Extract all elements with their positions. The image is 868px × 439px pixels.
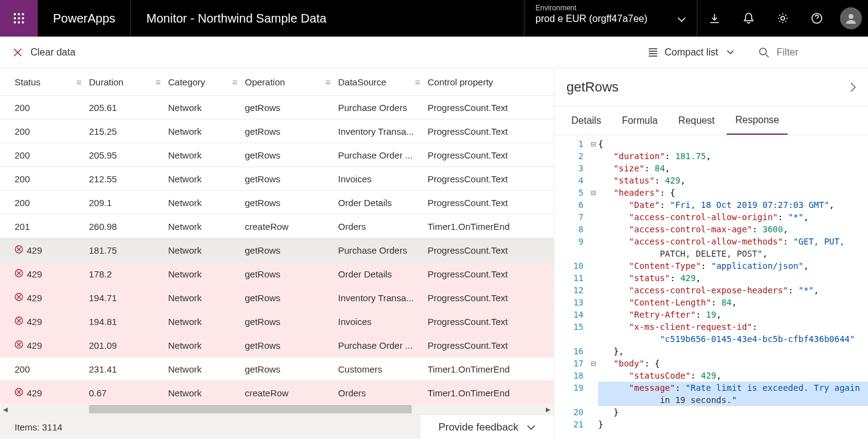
cell-control: Timer1.OnTimerEnd (428, 221, 549, 232)
table-row[interactable]: 200205.95NetworkgetRowsPurchase Order ..… (0, 143, 554, 167)
svg-rect-7 (18, 21, 19, 23)
response-json[interactable]: 1⊟{2 "duration": 181.75,3 "size": 84,4 "… (554, 135, 868, 439)
scroll-right-icon[interactable]: ▶ (543, 406, 554, 413)
error-icon (15, 245, 23, 254)
cell-datasource: Invoices (338, 174, 428, 184)
cell-duration: 231.41 (89, 364, 168, 374)
cell-operation: getRows (245, 174, 338, 184)
cell-control: ProgressCount.Text (428, 245, 549, 255)
col-status[interactable]: Status≡ (15, 77, 89, 87)
col-duration[interactable]: Duration≡ (89, 77, 168, 87)
details-title: getRows (566, 79, 850, 95)
column-menu-icon[interactable]: ≡ (155, 77, 168, 87)
details-tabs: Details Formula Request Response (554, 106, 868, 135)
cell-duration: 201.09 (89, 340, 168, 351)
events-grid: Status≡ Duration≡ Category≡ Operation≡ D… (0, 68, 554, 439)
cell-status: 200 (15, 126, 89, 137)
cell-control: Timer1.OnTimerEnd (428, 364, 549, 374)
cell-duration: 205.61 (89, 102, 168, 113)
cell-category: Network (168, 102, 245, 113)
col-category[interactable]: Category≡ (168, 77, 245, 87)
clear-data-button[interactable]: Clear data (0, 37, 88, 68)
cell-operation: getRows (245, 198, 338, 208)
cell-datasource: Orders (338, 221, 428, 232)
cell-operation: getRows (245, 364, 338, 374)
tab-response[interactable]: Response (727, 106, 788, 135)
cell-category: Network (168, 293, 245, 303)
cell-duration: 194.81 (89, 316, 168, 327)
cell-status: 201 (15, 221, 89, 232)
error-icon (15, 316, 23, 325)
grid-body[interactable]: 200205.61NetworkgetRowsPurchase OrdersPr… (0, 96, 554, 404)
filter-box[interactable] (746, 47, 868, 58)
cell-control: ProgressCount.Text (428, 174, 549, 184)
cell-status: 429 (15, 316, 89, 327)
col-control[interactable]: Control property (428, 77, 549, 87)
bell-icon[interactable] (732, 0, 766, 37)
table-row[interactable]: 200209.1NetworkgetRowsOrder DetailsProgr… (0, 191, 554, 215)
cell-status: 429 (15, 293, 89, 303)
cell-category: Network (168, 150, 245, 160)
cell-control: ProgressCount.Text (428, 316, 549, 327)
chevron-down-icon (527, 425, 535, 430)
avatar-button[interactable] (834, 0, 868, 37)
cell-datasource: Inventory Transa... (338, 126, 428, 137)
tab-details[interactable]: Details (563, 106, 610, 135)
app-name[interactable]: PowerApps (38, 12, 130, 26)
table-row[interactable]: 200231.41NetworkgetRowsCustomersTimer1.O… (0, 357, 554, 381)
scroll-left-icon[interactable]: ◀ (0, 406, 11, 413)
cell-category: Network (168, 221, 245, 232)
column-menu-icon[interactable]: ≡ (232, 77, 245, 87)
cell-duration: 178.2 (89, 269, 168, 279)
details-header: getRows (554, 68, 868, 106)
table-row[interactable]: 429201.09NetworkgetRowsPurchase Order ..… (0, 334, 554, 357)
cell-control: ProgressCount.Text (428, 293, 549, 303)
table-row[interactable]: 201260.98NetworkcreateRowOrdersTimer1.On… (0, 215, 554, 238)
table-row[interactable]: 200215.25NetworkgetRowsInventory Transa.… (0, 120, 554, 143)
scroll-thumb[interactable] (89, 405, 412, 413)
environment-picker[interactable]: Environment prod e EUR (orgff47a7ee) (524, 0, 697, 37)
table-row[interactable]: 200205.61NetworkgetRowsPurchase OrdersPr… (0, 96, 554, 120)
cell-operation: getRows (245, 150, 338, 160)
help-icon[interactable] (800, 0, 834, 37)
filter-input[interactable] (777, 47, 850, 58)
env-label: Environment (535, 4, 679, 12)
table-row[interactable]: 200212.55NetworkgetRowsInvoicesProgressC… (0, 167, 554, 191)
gear-icon[interactable] (766, 0, 800, 37)
error-icon (15, 293, 23, 301)
cell-duration: 212.55 (89, 174, 168, 184)
waffle-icon[interactable] (0, 0, 38, 37)
horizontal-scrollbar[interactable]: ◀ ▶ (0, 404, 554, 415)
cell-control: ProgressCount.Text (428, 269, 549, 279)
tab-formula[interactable]: Formula (613, 106, 666, 135)
table-row[interactable]: 429181.75NetworkgetRowsPurchase OrdersPr… (0, 238, 554, 262)
column-menu-icon[interactable]: ≡ (76, 77, 89, 87)
svg-rect-4 (18, 17, 19, 19)
cell-operation: getRows (245, 293, 338, 303)
column-menu-icon[interactable]: ≡ (415, 77, 428, 87)
tab-request[interactable]: Request (670, 106, 724, 135)
top-bar: PowerApps Monitor - Northwind Sample Dat… (0, 0, 868, 37)
table-row[interactable]: 429194.81NetworkgetRowsInvoicesProgressC… (0, 310, 554, 334)
cell-status: 200 (15, 174, 89, 184)
error-icon (15, 340, 23, 349)
table-row[interactable]: 429178.2NetworkgetRowsOrder DetailsProgr… (0, 262, 554, 286)
chevron-right-icon[interactable] (850, 82, 856, 93)
compact-list-button[interactable]: Compact list (634, 37, 746, 68)
cell-status: 200 (15, 150, 89, 160)
table-row[interactable]: 429194.71NetworkgetRowsInventory Transa.… (0, 286, 554, 310)
cell-datasource: Purchase Orders (338, 245, 428, 255)
col-operation[interactable]: Operation≡ (245, 77, 338, 87)
feedback-label: Provide feedback (439, 421, 518, 434)
cell-datasource: Inventory Transa... (338, 293, 428, 303)
cell-status: 429 (15, 340, 89, 351)
details-panel: getRows Details Formula Request Response… (554, 68, 868, 439)
table-row[interactable]: 4290.67NetworkcreateRowOrdersTimer1.OnTi… (0, 381, 554, 404)
cell-category: Network (168, 126, 245, 137)
download-icon[interactable] (697, 0, 732, 37)
feedback-button[interactable]: Provide feedback (420, 415, 554, 440)
column-menu-icon[interactable]: ≡ (325, 77, 338, 87)
col-datasource[interactable]: DataSource≡ (338, 77, 428, 87)
cell-category: Network (168, 364, 245, 374)
cell-status: 200 (15, 198, 89, 208)
